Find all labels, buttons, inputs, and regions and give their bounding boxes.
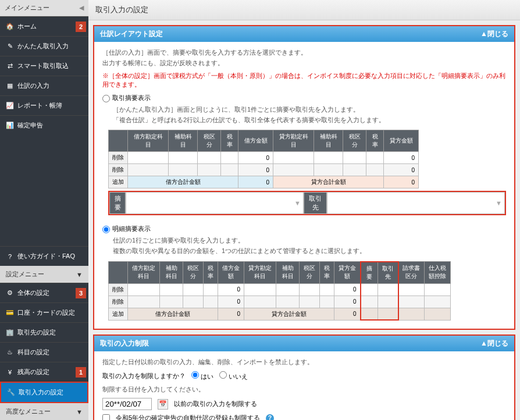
nav-balance-settings[interactable]: ¥ 残高の設定 1 bbox=[0, 362, 88, 382]
radio-no[interactable]: いいえ bbox=[219, 371, 248, 381]
badge: 2 bbox=[76, 22, 86, 32]
val: 0 bbox=[218, 296, 244, 308]
help-icon[interactable]: ? bbox=[266, 414, 274, 420]
nav-account-item-settings[interactable]: ♨ 科目の設定 bbox=[0, 342, 88, 362]
sidebar-header: メインメニュー ◀ bbox=[0, 0, 88, 16]
nav-label: かんたん取引入力 bbox=[17, 42, 69, 51]
col: 税区分 bbox=[343, 130, 366, 152]
restrict-auto-checkbox[interactable] bbox=[102, 414, 110, 420]
val: 0 bbox=[218, 283, 244, 296]
nav-label: 使い方ガイド・FAQ bbox=[17, 252, 75, 261]
collapse-icon[interactable]: ◀ bbox=[79, 4, 84, 12]
col: 借方勘定科目 bbox=[128, 130, 169, 152]
nav-home[interactable]: 🏠 ホーム 2 bbox=[0, 16, 88, 36]
date-suffix: 以前の取引の入力を制限する bbox=[174, 400, 257, 408]
nav-label: ホーム bbox=[17, 22, 37, 31]
row-del[interactable]: 削除 bbox=[109, 152, 128, 164]
nav-easy-entry[interactable]: ✎ かんたん取引入力 bbox=[0, 36, 88, 56]
nav-help[interactable]: ? 使い方ガイド・FAQ bbox=[0, 246, 88, 266]
val: 0 bbox=[384, 152, 419, 164]
nav-journal-entry[interactable]: ▦ 仕訳の入力 bbox=[0, 76, 88, 95]
col: 請求書区分 bbox=[398, 262, 425, 284]
col: 借方勘定科目 bbox=[128, 262, 160, 284]
chevron-down-icon: ▼ bbox=[76, 271, 83, 278]
panel-close[interactable]: ▲閉じる bbox=[480, 339, 508, 348]
panel-header[interactable]: 仕訳レイアウト設定 ▲閉じる bbox=[94, 26, 514, 42]
col: 補助科目 bbox=[276, 262, 300, 284]
date-input[interactable] bbox=[102, 398, 152, 410]
main: 取引入力の設定 仕訳レイアウト設定 ▲閉じる ［仕訳の入力］画面で、摘要や取引先… bbox=[88, 0, 520, 420]
nav-label: 科目の設定 bbox=[17, 348, 49, 357]
nav-label: 取引先の設定 bbox=[17, 328, 56, 337]
question-label: 取引の入力を制限しますか？ bbox=[102, 372, 186, 380]
section-label: 設定メニュー bbox=[6, 270, 44, 279]
row-del[interactable]: 削除 bbox=[109, 164, 128, 176]
val: 0 bbox=[384, 176, 419, 188]
calendar-icon[interactable]: 📅 bbox=[158, 399, 168, 410]
radio-yes[interactable]: はい bbox=[191, 371, 213, 381]
option-desc: 仕訳の1行ごとに摘要や取引先を入力します。 bbox=[113, 236, 506, 246]
badge: 3 bbox=[76, 288, 86, 298]
pencil-icon: ✎ bbox=[6, 42, 14, 51]
desc: ［仕訳の入力］画面で、摘要や取引先を入力する方法を選択できます。 bbox=[102, 48, 506, 58]
col: 補助科目 bbox=[314, 130, 343, 152]
col: 貸方勘定科目 bbox=[273, 130, 314, 152]
row-add[interactable]: 追加 bbox=[109, 308, 128, 320]
nav-label: レポート・帳簿 bbox=[17, 101, 62, 110]
help-icon: ? bbox=[6, 252, 14, 261]
badge: 1 bbox=[76, 367, 86, 378]
col: 税区分 bbox=[300, 262, 320, 284]
col-highlight: 取引先 bbox=[378, 262, 398, 284]
row-del[interactable]: 削除 bbox=[109, 296, 128, 308]
import-icon: ⇄ bbox=[6, 62, 14, 70]
nav-reports[interactable]: 📈 レポート・帳簿 bbox=[0, 95, 88, 115]
nav-label: 残高の設定 bbox=[17, 368, 49, 376]
val: 0 bbox=[238, 164, 273, 176]
restriction-panel: 取引の入力制限 ▲閉じる 指定した日付以前の取引の入力、編集、削除、インポートを… bbox=[93, 334, 515, 420]
option-desc: ［かんたん取引入力］画面と同じように、取引1件ごとに摘要や取引先を入力します。 bbox=[113, 105, 506, 115]
nav-global-settings[interactable]: ⚙ 全体の設定 3 bbox=[0, 283, 88, 302]
val: 0 bbox=[334, 308, 361, 320]
nav-label: 取引入力の設定 bbox=[19, 388, 63, 397]
option-detail-summary[interactable]: 明細摘要表示 bbox=[102, 225, 506, 233]
col: 税率 bbox=[221, 130, 238, 152]
partner-input[interactable]: ▼ bbox=[327, 192, 505, 214]
row-add[interactable]: 追加 bbox=[109, 176, 128, 188]
sidebar: メインメニュー ◀ 🏠 ホーム 2 ✎ かんたん取引入力 ⇄ スマート取引取込 … bbox=[0, 0, 88, 420]
col: 貸方金額 bbox=[384, 130, 419, 152]
doc-icon: 📊 bbox=[6, 122, 14, 130]
dropdown-icon[interactable]: ▼ bbox=[496, 200, 502, 207]
sum-debit: 借方合計金額 bbox=[128, 176, 238, 188]
col: 借方金額 bbox=[238, 130, 273, 152]
nav-partner-settings[interactable]: 🏢 取引先の設定 bbox=[0, 322, 88, 342]
nav-smart-import[interactable]: ⇄ スマート取引取込 bbox=[0, 56, 88, 76]
nav-tax-return[interactable]: 📊 確定申告 bbox=[0, 115, 88, 135]
settings-section-header[interactable]: 設定メニュー ▼ bbox=[0, 266, 88, 283]
nav-entry-settings[interactable]: 🔧 取引入力の設定 bbox=[0, 382, 88, 403]
advanced-section-header[interactable]: 高度なメニュー ▼ bbox=[0, 403, 88, 420]
sum-credit: 貸方合計金額 bbox=[244, 308, 334, 320]
summary-row-highlight: 摘要 ▼ 取引先 ▼ bbox=[108, 191, 506, 215]
radio-detail[interactable] bbox=[102, 226, 110, 233]
row-del[interactable]: 削除 bbox=[109, 283, 128, 296]
sidebar-title: メインメニュー bbox=[5, 3, 49, 12]
col-highlight: 摘要 bbox=[361, 262, 378, 284]
option-transaction-summary[interactable]: 取引摘要表示 bbox=[102, 94, 506, 102]
summary-input[interactable]: ▼ bbox=[126, 192, 304, 214]
radio-transaction[interactable] bbox=[102, 95, 110, 102]
col: 仕入税額控除 bbox=[425, 262, 451, 284]
dropdown-icon[interactable]: ▼ bbox=[294, 200, 301, 207]
nav-account-settings[interactable]: 💳 口座・カードの設定 bbox=[0, 302, 88, 322]
tree-icon: ♨ bbox=[6, 348, 14, 357]
val: 0 bbox=[384, 164, 419, 176]
option-label: 明細摘要表示 bbox=[112, 225, 151, 233]
panel-close[interactable]: ▲閉じる bbox=[480, 29, 508, 39]
val: 0 bbox=[238, 176, 273, 188]
nav-label: 仕訳の入力 bbox=[17, 81, 49, 90]
layout-panel: 仕訳レイアウト設定 ▲閉じる ［仕訳の入力］画面で、摘要や取引先を入力する方法を… bbox=[93, 25, 515, 330]
date-label: 制限する日付を入力してください。 bbox=[102, 385, 506, 395]
desc: 出力する帳簿にも、設定が反映されます。 bbox=[102, 58, 506, 69]
panel-header[interactable]: 取引の入力制限 ▲閉じる bbox=[94, 336, 514, 351]
col: 補助科目 bbox=[160, 262, 183, 284]
card-icon: 💳 bbox=[6, 309, 14, 317]
